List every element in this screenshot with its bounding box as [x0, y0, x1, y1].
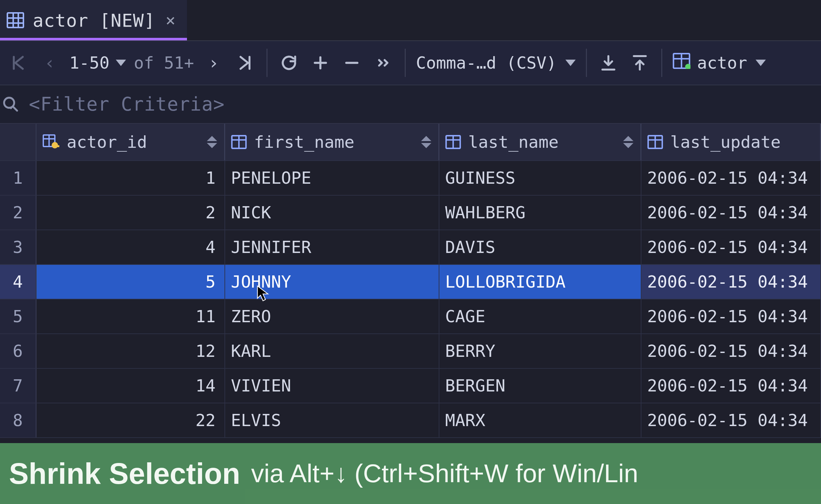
column-header-label: actor_id: [67, 132, 147, 152]
column-header-last-name[interactable]: last_name: [439, 124, 641, 160]
cell-last-name[interactable]: WAHLBERG: [439, 196, 641, 230]
cell-actor-id[interactable]: 22: [37, 403, 225, 437]
row-number[interactable]: 6: [0, 334, 37, 368]
cell-last-name[interactable]: BERRY: [439, 334, 641, 368]
tab-title: actor [NEW]: [33, 10, 155, 31]
column-header-label: last_update: [670, 132, 781, 152]
more-actions-button[interactable]: [369, 47, 398, 79]
cell-actor-id[interactable]: 12: [37, 334, 225, 368]
cell-actor-id[interactable]: 2: [37, 196, 225, 230]
row-number[interactable]: 1: [0, 161, 37, 195]
table-row[interactable]: 612KARLBERRY2006-02-15 04:34: [0, 334, 821, 369]
table-row[interactable]: 11PENELOPEGUINESS2006-02-15 04:34: [0, 161, 821, 196]
cell-last-name[interactable]: MARX: [439, 403, 641, 437]
cell-last-update[interactable]: 2006-02-15 04:34: [641, 299, 821, 333]
page-range-dropdown[interactable]: 1-50 of 51+: [67, 53, 197, 72]
cell-actor-id[interactable]: 1: [37, 161, 225, 195]
hint-text: via Alt+↓ (Ctrl+Shift+W for Win/Lin: [251, 459, 638, 488]
reload-button[interactable]: [275, 47, 303, 79]
cell-actor-id[interactable]: 11: [37, 299, 225, 333]
export-format-label: Comma-…d (CSV): [416, 53, 556, 72]
cell-last-update[interactable]: 2006-02-15 04:34: [641, 230, 821, 264]
close-icon[interactable]: ×: [164, 11, 177, 30]
separator: [405, 49, 406, 77]
cell-last-name[interactable]: DAVIS: [439, 230, 641, 264]
table-row[interactable]: 822ELVISMARX2006-02-15 04:34: [0, 403, 821, 438]
sort-icon[interactable]: [421, 136, 431, 148]
table-row[interactable]: 34JENNIFERDAVIS2006-02-15 04:34: [0, 230, 821, 265]
cell-first-name[interactable]: VIVIEN: [225, 369, 439, 403]
cell-first-name[interactable]: PENELOPE: [225, 161, 439, 195]
row-number[interactable]: 2: [0, 196, 37, 230]
cell-first-name[interactable]: JENNIFER: [225, 230, 439, 264]
filter-bar[interactable]: <Filter Criteria>: [0, 85, 821, 124]
cell-first-name[interactable]: NICK: [225, 196, 439, 230]
cell-last-name[interactable]: GUINESS: [439, 161, 641, 195]
chevron-down-icon: [116, 60, 126, 66]
cell-actor-id[interactable]: 14: [37, 369, 225, 403]
table-row[interactable]: 22NICKWAHLBERG2006-02-15 04:34: [0, 196, 821, 230]
svg-point-8: [685, 64, 691, 69]
table-header-row: actor_id first_name last_name last_updat…: [0, 124, 821, 161]
cell-last-update[interactable]: 2006-02-15 04:34: [641, 334, 821, 368]
tab-actor[interactable]: actor [NEW] ×: [0, 0, 187, 40]
row-number-header[interactable]: [0, 124, 37, 160]
column-icon: [445, 135, 461, 149]
export-format-dropdown[interactable]: Comma-…d (CSV): [413, 53, 579, 72]
next-page-button[interactable]: ›: [199, 47, 228, 79]
column-header-label: first_name: [254, 132, 354, 152]
upload-button[interactable]: [625, 47, 654, 79]
cell-last-update[interactable]: 2006-02-15 04:34: [641, 196, 821, 230]
cell-last-update[interactable]: 2006-02-15 04:34: [641, 369, 821, 403]
svg-rect-0: [7, 13, 23, 27]
first-page-button[interactable]: [4, 47, 33, 79]
separator: [586, 49, 587, 77]
search-icon: [2, 96, 19, 113]
row-number[interactable]: 4: [0, 265, 37, 299]
column-icon: [647, 135, 663, 149]
table-row[interactable]: 714VIVIENBERGEN2006-02-15 04:34: [0, 369, 821, 403]
primary-key-column-icon: [42, 134, 60, 150]
filter-placeholder: <Filter Criteria>: [29, 93, 225, 115]
cell-actor-id[interactable]: 5: [37, 265, 225, 299]
column-header-actor-id[interactable]: actor_id: [37, 124, 225, 160]
add-row-button[interactable]: [306, 47, 335, 79]
tab-bar: actor [NEW] ×: [0, 0, 821, 41]
row-number[interactable]: 8: [0, 403, 37, 437]
last-page-button[interactable]: [231, 47, 259, 79]
hint-banner: Shrink Selection via Alt+↓ (Ctrl+Shift+W…: [0, 443, 821, 504]
separator: [267, 49, 267, 77]
target-table-label: actor: [697, 53, 747, 72]
sort-icon[interactable]: [207, 136, 217, 148]
table-row[interactable]: 45JOHNNYLOLLOBRIGIDA2006-02-15 04:34: [0, 265, 821, 299]
cell-last-update[interactable]: 2006-02-15 04:34: [641, 265, 821, 299]
hint-title: Shrink Selection: [9, 457, 240, 491]
svg-rect-14: [56, 145, 59, 147]
prev-page-button[interactable]: ‹: [35, 47, 64, 79]
cell-last-name[interactable]: CAGE: [439, 299, 641, 333]
column-header-label: last_name: [468, 132, 559, 152]
cell-first-name[interactable]: ELVIS: [225, 403, 439, 437]
toolbar: ‹ 1-50 of 51+ › Comma-…d (CSV): [0, 41, 821, 85]
column-header-last-update[interactable]: last_update: [641, 124, 821, 160]
cell-last-update[interactable]: 2006-02-15 04:34: [641, 161, 821, 195]
cell-first-name[interactable]: JOHNNY: [225, 265, 439, 299]
cell-last-update[interactable]: 2006-02-15 04:34: [641, 403, 821, 437]
row-number[interactable]: 5: [0, 299, 37, 333]
target-table-dropdown[interactable]: actor: [669, 53, 769, 73]
data-table: actor_id first_name last_name last_updat…: [0, 124, 821, 438]
cell-last-name[interactable]: BERGEN: [439, 369, 641, 403]
sort-icon[interactable]: [623, 136, 633, 148]
row-number[interactable]: 3: [0, 230, 37, 264]
column-header-first-name[interactable]: first_name: [225, 124, 439, 160]
chevron-down-icon: [565, 60, 576, 66]
remove-row-button[interactable]: [337, 47, 366, 79]
cell-last-name[interactable]: LOLLOBRIGIDA: [439, 265, 641, 299]
cell-first-name[interactable]: KARL: [225, 334, 439, 368]
table-row[interactable]: 511ZEROCAGE2006-02-15 04:34: [0, 299, 821, 334]
download-button[interactable]: [594, 47, 623, 79]
cell-first-name[interactable]: ZERO: [225, 299, 439, 333]
row-number[interactable]: 7: [0, 369, 37, 403]
cell-actor-id[interactable]: 4: [37, 230, 225, 264]
table-colored-icon: [673, 53, 690, 73]
